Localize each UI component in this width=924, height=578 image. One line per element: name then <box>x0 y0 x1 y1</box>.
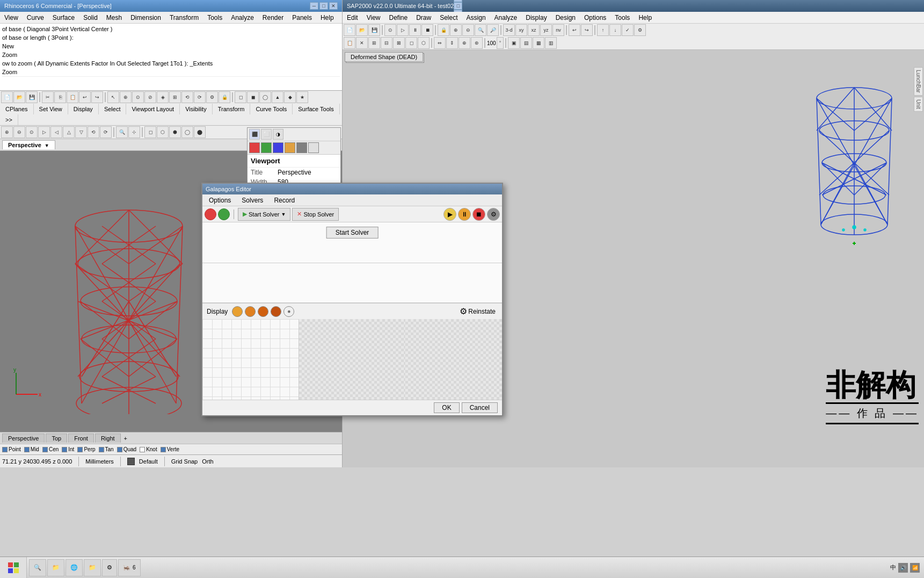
sap-angle-btn[interactable]: ° <box>497 37 504 49</box>
tab-right[interactable]: Right <box>95 434 121 443</box>
display-circle-orange3[interactable] <box>258 306 268 317</box>
snap-perp-cb[interactable] <box>77 447 83 452</box>
tb2-btn5[interactable]: ◁ <box>50 126 62 138</box>
gal-icon-red[interactable] <box>205 208 216 220</box>
tb-btn9[interactable]: ⟳ <box>194 91 206 103</box>
tab-visibility[interactable]: Visibility <box>180 104 213 114</box>
tab-select[interactable]: Select <box>99 104 127 114</box>
network-icon[interactable]: 📶 <box>910 563 920 573</box>
sap-r14[interactable]: ▦ <box>533 37 544 49</box>
sap-view-xz[interactable]: xz <box>528 24 540 36</box>
sap-menu-tools[interactable]: Tools <box>610 12 634 23</box>
display-circle-special[interactable]: ✸ <box>283 306 294 317</box>
reinstate-btn[interactable]: Reinstate <box>468 308 496 315</box>
gal-icon-right4[interactable]: ⚙ <box>487 208 500 221</box>
tab-surface-tools[interactable]: Surface Tools <box>293 104 339 114</box>
vp-icon3[interactable]: ◑ <box>273 129 283 140</box>
sap-r11[interactable]: ⊛ <box>471 37 483 49</box>
sap-btn2[interactable]: ▷ <box>397 24 409 36</box>
sap-r9[interactable]: ⇕ <box>446 37 458 49</box>
tab-setview[interactable]: Set View <box>34 104 68 114</box>
tb2-btn2[interactable]: ⊖ <box>13 126 25 138</box>
sap-r13[interactable]: ▤ <box>520 37 532 49</box>
gal-menu-solvers[interactable]: Solvers <box>237 196 267 205</box>
color-icon-green[interactable] <box>261 142 272 153</box>
menu-transform[interactable]: Transform <box>165 12 203 23</box>
menu-tools[interactable]: Tools <box>203 12 227 23</box>
copy-btn[interactable]: ⎘ <box>54 91 66 103</box>
tb2-btn6[interactable]: △ <box>63 126 75 138</box>
tb2-btn13[interactable]: ⬡ <box>157 126 169 138</box>
display-circle-orange2[interactable] <box>245 306 256 317</box>
menu-dimension[interactable]: Dimension <box>126 12 165 23</box>
tab-top[interactable]: Top <box>46 434 67 443</box>
tb2-btn16[interactable]: ⬤ <box>194 126 206 138</box>
sap-menu-edit[interactable]: Edit <box>343 12 362 23</box>
vp-icon2[interactable]: ⬜ <box>261 129 272 140</box>
menu-mesh[interactable]: Mesh <box>102 12 126 23</box>
sap-menu-define[interactable]: Define <box>384 12 412 23</box>
tb2-btn14[interactable]: ⬢ <box>169 126 181 138</box>
sap-btn13[interactable]: ↓ <box>609 24 621 36</box>
sap-menu-help[interactable]: Help <box>634 12 656 23</box>
snap-tan-cb[interactable] <box>99 447 104 452</box>
tb-btn15[interactable]: ▲ <box>272 91 283 103</box>
sap-btn12[interactable]: ↑ <box>597 24 609 36</box>
tb-btn16[interactable]: ◆ <box>284 91 296 103</box>
display-circle-orange4[interactable] <box>271 306 281 317</box>
taskbar-files[interactable]: 📁 <box>84 559 101 576</box>
sap-btn11[interactable]: ↪ <box>581 24 593 36</box>
unit-tab[interactable]: Unit <box>914 97 923 112</box>
tb2-btn4[interactable]: ▷ <box>38 126 50 138</box>
sap-open[interactable]: 📂 <box>356 24 368 36</box>
tab-curve-tools[interactable]: Curve Tools <box>250 104 293 114</box>
more-tabs-icon[interactable]: + <box>124 435 127 442</box>
sap-menu-design[interactable]: Design <box>551 12 580 23</box>
gal-icon-green[interactable] <box>218 208 230 220</box>
gal-start-btn-inner[interactable]: Start Solver <box>326 227 379 239</box>
undo-btn[interactable]: ↩ <box>79 91 91 103</box>
sap-view-3d[interactable]: 3-d <box>503 24 515 36</box>
snap-knot-cb[interactable] <box>140 447 145 452</box>
gal-start-solver-btn[interactable]: ▶ Start Solver ▼ <box>238 208 290 221</box>
snap-int-cb[interactable] <box>62 447 67 452</box>
sap-btn9[interactable]: 🔎 <box>487 24 499 36</box>
tb-btn13[interactable]: ◼ <box>247 91 259 103</box>
sap-menu-assign[interactable]: Assign <box>462 12 490 23</box>
snap-verte-cb[interactable] <box>161 447 166 452</box>
tb-btn5[interactable]: ⊘ <box>144 91 156 103</box>
menu-curve[interactable]: Curve <box>23 12 48 23</box>
dropdown-icon[interactable]: ▼ <box>45 143 49 148</box>
sap-btn15[interactable]: ⚙ <box>634 24 646 36</box>
tb-btn7[interactable]: ⊞ <box>169 91 181 103</box>
menu-solid[interactable]: Solid <box>79 12 102 23</box>
color-icon-blue[interactable] <box>273 142 283 153</box>
close-btn[interactable]: ✕ <box>329 2 338 10</box>
sap-btn6[interactable]: ⊕ <box>450 24 462 36</box>
snap-point-cb[interactable] <box>2 447 8 452</box>
redo-btn[interactable]: ↪ <box>91 91 103 103</box>
sap-view-nv[interactable]: nv <box>552 24 564 36</box>
lunchbar-tab[interactable]: LunchBar <box>914 67 923 96</box>
tb-btn17[interactable]: ★ <box>296 91 308 103</box>
sap-r7[interactable]: ⬡ <box>418 37 430 49</box>
sap-r12[interactable]: ▣ <box>508 37 520 49</box>
sap-menu-options[interactable]: Options <box>580 12 610 23</box>
tab-transform[interactable]: Transform <box>213 104 251 114</box>
tb-btn3[interactable]: ⊕ <box>120 91 132 103</box>
sap-menu-analyze[interactable]: Analyze <box>490 12 522 23</box>
taskbar-grasshopper[interactable]: 🦗 6 <box>118 559 141 576</box>
color-icon-gray[interactable] <box>296 142 307 153</box>
vp-icon1[interactable]: ⬛ <box>249 129 260 140</box>
sap-r2[interactable]: ✕ <box>356 37 368 49</box>
sap-menu-view[interactable]: View <box>362 12 385 23</box>
tb2-btn15[interactable]: ◯ <box>181 126 193 138</box>
tab-cplanes[interactable]: CPlanes <box>0 104 34 114</box>
sap-menu-draw[interactable]: Draw <box>412 12 435 23</box>
taskbar-task2[interactable]: ⚙ <box>102 559 117 576</box>
tb2-btn10[interactable]: 🔍 <box>116 126 128 138</box>
menu-help[interactable]: Help <box>316 12 338 23</box>
tab-display[interactable]: Display <box>68 104 99 114</box>
gal-menu-record[interactable]: Record <box>270 196 299 205</box>
tb-btn8[interactable]: ⟲ <box>181 91 193 103</box>
